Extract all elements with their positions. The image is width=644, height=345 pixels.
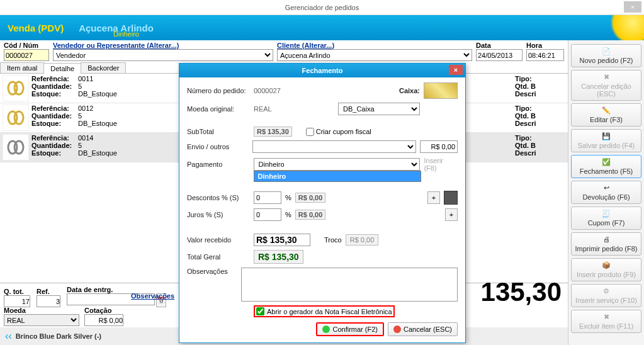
window-close-button[interactable]: × [624,1,641,13]
fechamento-button[interactable]: ✅Fechamento (F5) [571,155,641,178]
confirmar-button[interactable]: Confirmar (F2) [316,322,384,336]
excluir-item-button[interactable]: ✖Excluir item (F11) [571,310,641,333]
nfe-checkbox[interactable]: Abrir o gerador da Nota Fiscal Eletrônic… [254,305,395,317]
ref-input[interactable] [37,295,60,307]
check-icon: ✅ [602,158,611,167]
svg-point-5 [14,141,23,154]
gear-icon: ⚙ [602,287,611,296]
cupom-button[interactable]: 🧾Cupom (F7) [571,206,641,230]
tab-item-atual[interactable]: Item atual [0,62,44,73]
head-vendedor-label[interactable]: Vendedor ou Representante (Alterar...) [53,42,273,49]
context-payment: Dinheiro [113,30,139,38]
footer-item-name: Brinco Blue Dark Silver (-) [16,332,101,340]
novo-pedido-button[interactable]: 📄Novo pedido (F2) [571,44,641,67]
head-hora-input[interactable] [526,49,564,61]
pencil-icon: ✏️ [602,106,611,115]
head-data-label: Data [476,42,523,49]
save-icon: 💾 [602,132,611,141]
context-bar: Venda (PDV) Açucena Arlindo Dinheiro [0,15,644,40]
dialog-title: Fechamento [302,67,343,74]
head-cliente-label[interactable]: Cliente (Alterar...) [277,42,472,49]
cancel-circle-icon [393,325,401,333]
head-data-input[interactable] [476,49,523,61]
new-icon: 📄 [602,47,611,56]
receipt-icon: 🧾 [602,210,611,218]
juros-plus-button[interactable]: + [445,208,458,221]
grand-total: 135,30 [481,277,562,307]
troco-value: R$ 0,00 [346,234,379,246]
brand-decoration [606,15,644,40]
envio-value-input[interactable] [420,140,458,153]
valor-recebido-input[interactable] [254,234,310,246]
app-title: Gerenciador de pedidos [285,4,359,11]
pagamento-select[interactable]: Dinheiro [254,158,421,171]
total-geral-value: R$ 135,30 [254,250,303,264]
app-titlebar: Gerenciador de pedidos × [0,0,644,15]
qtot-input[interactable] [4,295,30,307]
head-hora-label: Hora [526,42,564,49]
head-cod-label: Cód / Núm [4,42,49,49]
svg-point-3 [14,111,23,124]
cancel-icon: ✖ [602,73,611,82]
tab-detalhe[interactable]: Detalhe [43,63,81,74]
cash-image [424,82,458,99]
dialog-titlebar: Fechamento × [179,64,465,77]
subtotal-value: R$ 135,30 [254,127,292,137]
dialog-close-button[interactable]: × [449,65,463,75]
desconto-plus-button[interactable]: + [427,191,440,204]
cotacao-input[interactable] [84,314,123,326]
item-thumb [3,75,29,101]
action-sidebar: 📄Novo pedido (F2) ✖Cancelar edição (ESC)… [568,40,644,345]
obs-link[interactable]: Observações [131,292,174,300]
head-cod-input[interactable] [4,49,49,61]
chevron-left-icon: ‹‹ [5,331,12,342]
printer-icon: 🖨 [602,235,611,244]
cancelar-edicao-button[interactable]: ✖Cancelar edição (ESC) [571,70,641,101]
fechamento-dialog: Fechamento × Número do pedido: 0000027 C… [179,63,466,343]
imprimir-button[interactable]: 🖨Imprimir pedido (F8) [571,232,641,256]
trash-icon: ✖ [602,313,611,322]
box-icon: 📦 [602,261,611,270]
inserir-servico-button[interactable]: ⚙Inserir serviço (F10) [571,284,641,307]
mode-label: Venda (PDV) [8,23,64,33]
check-circle-icon [322,325,330,333]
inserir-produto-button[interactable]: 📦Inserir produto (F9) [571,258,641,281]
salvar-button[interactable]: 💾Salvar pedido (F4) [571,129,641,152]
item-thumb [3,134,29,161]
desconto-pct-input[interactable] [254,191,281,204]
moeda-select[interactable]: REAL [4,314,79,326]
svg-point-1 [14,82,23,94]
pagamento-option-dinheiro[interactable]: Dinheiro [254,171,421,181]
editar-button[interactable]: ✏️Editar (F3) [571,103,641,127]
observacoes-textarea[interactable] [241,268,458,302]
criar-cupom-checkbox[interactable]: Criar cupom fiscal [306,128,371,136]
head-vendedor-select[interactable]: Vendedor [53,49,273,61]
calculator-icon[interactable] [444,191,458,205]
return-icon: ↩ [602,184,611,193]
juros-pct-input[interactable] [254,208,281,221]
caixa-select[interactable]: DB_Caixa [338,103,420,115]
tab-backorder[interactable]: Backorder [81,62,126,73]
inserir-pagamento-button[interactable]: Inserir (F8) [424,157,458,172]
envio-select[interactable] [252,140,416,153]
item-thumb [3,105,29,131]
cancelar-button[interactable]: Cancelar (ESC) [388,322,458,336]
devolucao-button[interactable]: ↩Devolução (F6) [571,181,641,204]
head-cliente-select[interactable]: Açucena Arlindo [277,49,472,61]
pagamento-dropdown-list: Dinheiro [254,171,421,182]
